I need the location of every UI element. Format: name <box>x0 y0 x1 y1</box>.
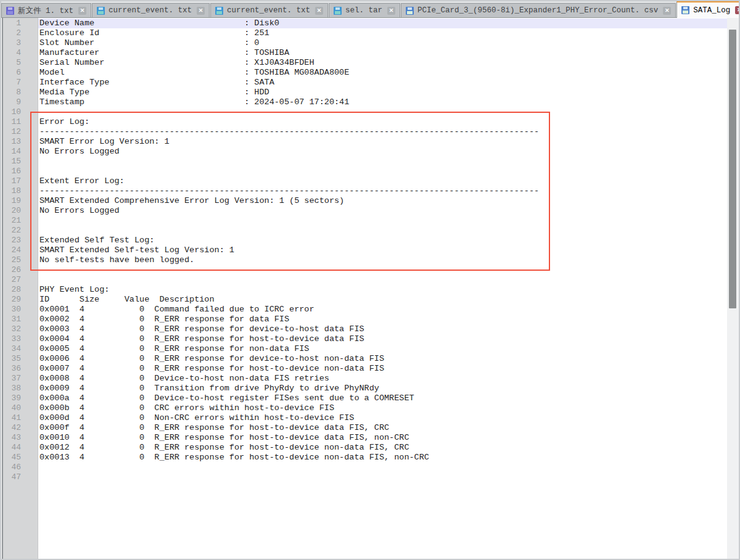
tab-label: current_event. txt <box>227 6 310 15</box>
line-number: 28 <box>3 285 38 295</box>
editor-line[interactable]: 0x000b 4 0 CRC errors within host-to-dev… <box>38 403 727 413</box>
line-number: 25 <box>3 255 38 265</box>
line-number: 19 <box>3 196 38 206</box>
line-number: 12 <box>3 127 38 137</box>
editor-line[interactable]: Extent Error Log: <box>38 176 727 186</box>
tab-sel-tar[interactable]: sel. tar✕ <box>329 3 400 17</box>
line-number: 26 <box>3 265 38 275</box>
editor-line[interactable]: Slot Number : 0 <box>38 38 727 48</box>
editor-line[interactable]: 0x0005 4 0 R_ERR response for non-data F… <box>38 344 727 354</box>
line-number: 16 <box>3 167 38 176</box>
line-number: 10 <box>3 107 38 117</box>
editor-line[interactable]: No Errors Logged <box>38 206 727 216</box>
close-icon[interactable]: ✕ <box>78 7 86 15</box>
editor-line[interactable]: Serial Number : X1J0A34BFDEH <box>38 58 727 68</box>
line-number: 11 <box>3 117 38 127</box>
line-number: 33 <box>3 334 38 344</box>
editor-line[interactable]: 0x0002 4 0 R_ERR response for data FIS <box>38 315 727 324</box>
editor-line[interactable]: Error Log: <box>38 117 727 127</box>
editor-line[interactable]: ----------------------------------------… <box>38 127 727 137</box>
editor-line[interactable]: 0x0007 4 0 R_ERR response for host-to-de… <box>38 364 727 374</box>
close-icon[interactable]: ✕ <box>663 7 671 15</box>
line-number: 1 <box>3 19 38 28</box>
close-icon[interactable]: ✕ <box>387 7 395 15</box>
tab-1-txt[interactable]: 新文件 1. txt✕ <box>1 3 91 17</box>
line-number: 29 <box>3 295 38 305</box>
editor-line[interactable]: 0x0010 4 0 R_ERR response for host-to-de… <box>38 433 727 443</box>
editor-line[interactable] <box>38 167 727 176</box>
tab-current-event-txt[interactable]: current_event. txt✕ <box>92 3 210 17</box>
editor-line[interactable]: SMART Error Log Version: 1 <box>38 137 727 147</box>
editor-line[interactable] <box>38 463 727 472</box>
save-icon <box>6 7 14 15</box>
line-number: 40 <box>3 403 38 413</box>
save-icon <box>334 7 342 15</box>
editor-line[interactable]: Media Type : HDD <box>38 88 727 97</box>
editor-line[interactable]: Device Name : Disk0 <box>38 19 727 28</box>
editor-line[interactable]: Interface Type : SATA <box>38 78 727 88</box>
editor-area: 1234567891011121314151617181920212223242… <box>1 18 739 559</box>
editor-line[interactable]: Timestamp : 2024-05-07 17:20:41 <box>38 97 727 107</box>
text-content[interactable]: Device Name : Disk0Enclosure Id : 251Slo… <box>38 18 727 559</box>
vertical-scrollbar[interactable] <box>727 18 739 559</box>
tab-label: PCIe_Card_3_(9560-8i)_Expander1_PHY_Erro… <box>417 6 658 15</box>
editor-line[interactable]: SMART Extended Comprehensive Error Log V… <box>38 196 727 206</box>
scrollbar-thumb[interactable] <box>729 30 736 308</box>
editor-line[interactable]: Enclosure Id : 251 <box>38 28 727 38</box>
line-number: 14 <box>3 147 38 157</box>
editor-line[interactable]: 0x0009 4 0 Transition from drive PhyRdy … <box>38 384 727 393</box>
line-number: 8 <box>3 88 38 97</box>
line-number: 6 <box>3 68 38 78</box>
editor-line[interactable] <box>38 216 727 226</box>
line-number-gutter[interactable]: 1234567891011121314151617181920212223242… <box>3 18 38 559</box>
line-number: 20 <box>3 206 38 216</box>
line-number: 24 <box>3 245 38 255</box>
tab-pcie-card-3-9560-8i-expander1-phy-error-count-csv[interactable]: PCIe_Card_3_(9560-8i)_Expander1_PHY_Erro… <box>401 3 676 17</box>
editor-line[interactable]: 0x0008 4 0 Device-to-host non-data FIS r… <box>38 374 727 384</box>
editor-line[interactable]: 0x0004 4 0 R_ERR response for host-to-de… <box>38 334 727 344</box>
editor-line[interactable]: No Errors Logged <box>38 147 727 157</box>
line-number: 9 <box>3 97 38 107</box>
editor-line[interactable] <box>38 226 727 236</box>
line-number: 31 <box>3 315 38 324</box>
editor-line[interactable] <box>38 107 727 117</box>
line-number: 38 <box>3 384 38 393</box>
editor-line[interactable]: Extended Self Test Log: <box>38 236 727 245</box>
editor-line[interactable] <box>38 275 727 285</box>
editor-line[interactable]: 0x0012 4 0 R_ERR response for host-to-de… <box>38 443 727 453</box>
editor-line[interactable] <box>38 472 727 482</box>
line-number: 3 <box>3 38 38 48</box>
line-number: 37 <box>3 374 38 384</box>
editor-line[interactable]: PHY Event Log: <box>38 285 727 295</box>
save-icon <box>97 7 105 15</box>
save-icon <box>215 7 223 15</box>
editor-line[interactable]: ----------------------------------------… <box>38 186 727 196</box>
line-number: 17 <box>3 176 38 186</box>
tab-label: current_event. txt <box>109 6 192 15</box>
line-number: 7 <box>3 78 38 88</box>
editor-line[interactable] <box>38 265 727 275</box>
close-icon[interactable]: ✕ <box>197 7 205 15</box>
tab-sata-log[interactable]: SATA_Log✕ <box>676 1 740 18</box>
editor-line[interactable]: Manufacturer : TOSHIBA <box>38 48 727 58</box>
editor-line[interactable]: No self-tests have been logged. <box>38 255 727 265</box>
editor-line[interactable]: Model : TOSHIBA MG08ADA800E <box>38 68 727 78</box>
line-number: 47 <box>3 472 38 482</box>
editor-line[interactable]: 0x000d 4 0 Non-CRC errors within host-to… <box>38 413 727 423</box>
editor-line[interactable] <box>38 157 727 167</box>
line-number: 42 <box>3 423 38 433</box>
editor-line[interactable]: 0x0006 4 0 R_ERR response for device-to-… <box>38 354 727 364</box>
close-icon[interactable]: ✕ <box>735 6 740 14</box>
editor-line[interactable]: 0x0001 4 0 Command failed due to ICRC er… <box>38 305 727 315</box>
editor-line[interactable]: 0x000f 4 0 R_ERR response for host-to-de… <box>38 423 727 433</box>
editor-line[interactable]: 0x0013 4 0 R_ERR response for host-to-de… <box>38 453 727 463</box>
tab-current-event-txt[interactable]: current_event. txt✕ <box>210 3 328 17</box>
line-number: 4 <box>3 48 38 58</box>
tab-label: sel. tar <box>345 6 382 15</box>
editor-line[interactable]: SMART Extended Self-test Log Version: 1 <box>38 245 727 255</box>
editor-line[interactable]: ID Size Value Description <box>38 295 727 305</box>
line-number: 39 <box>3 393 38 403</box>
editor-line[interactable]: 0x000a 4 0 Device-to-host register FISes… <box>38 393 727 403</box>
close-icon[interactable]: ✕ <box>315 7 323 15</box>
editor-line[interactable]: 0x0003 4 0 R_ERR response for device-to-… <box>38 324 727 334</box>
